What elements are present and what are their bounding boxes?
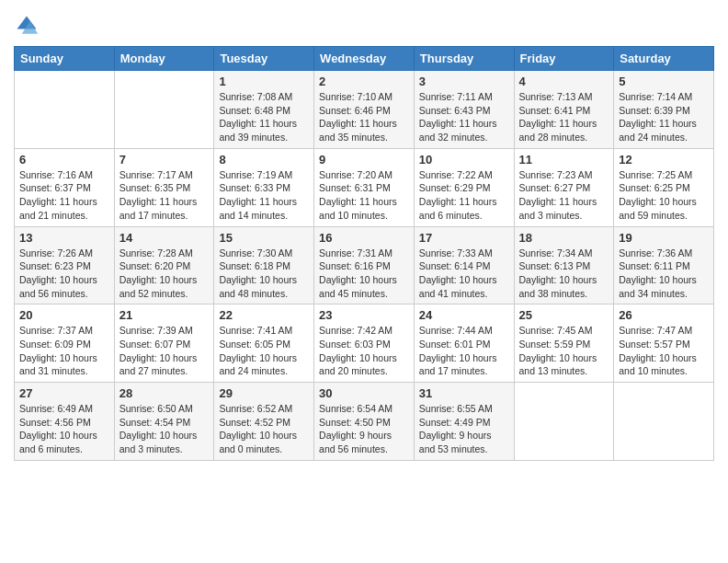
page: SundayMondayTuesdayWednesdayThursdayFrid… (0, 0, 728, 475)
day-number: 5 (619, 75, 709, 88)
day-info: Sunrise: 7:10 AM Sunset: 6:46 PM Dayligh… (319, 90, 409, 144)
day-info: Sunrise: 7:23 AM Sunset: 6:27 PM Dayligh… (519, 168, 609, 223)
calendar-cell: 20Sunrise: 7:37 AM Sunset: 6:09 PM Dayli… (15, 304, 115, 383)
day-info: Sunrise: 7:17 AM Sunset: 6:35 PM Dayligh… (119, 168, 210, 223)
calendar-cell (114, 71, 214, 149)
day-number: 26 (619, 308, 709, 322)
calendar-cell: 23Sunrise: 7:42 AM Sunset: 6:03 PM Dayli… (314, 304, 415, 383)
calendar-cell: 29Sunrise: 6:52 AM Sunset: 4:52 PM Dayli… (214, 383, 314, 461)
day-info: Sunrise: 7:39 AM Sunset: 6:07 PM Dayligh… (119, 324, 210, 378)
calendar-cell: 21Sunrise: 7:39 AM Sunset: 6:07 PM Dayli… (114, 304, 214, 383)
day-info: Sunrise: 6:55 AM Sunset: 4:49 PM Dayligh… (419, 402, 509, 456)
day-info: Sunrise: 7:22 AM Sunset: 6:29 PM Dayligh… (419, 168, 509, 223)
calendar-cell: 31Sunrise: 6:55 AM Sunset: 4:49 PM Dayli… (414, 383, 514, 461)
day-info: Sunrise: 6:49 AM Sunset: 4:56 PM Dayligh… (19, 402, 109, 456)
day-number: 17 (419, 231, 509, 245)
logo (14, 13, 43, 39)
day-number: 4 (519, 75, 609, 88)
calendar-cell: 5Sunrise: 7:14 AM Sunset: 6:39 PM Daylig… (614, 71, 714, 149)
calendar-cell: 6Sunrise: 7:16 AM Sunset: 6:37 PM Daylig… (15, 148, 115, 226)
day-number: 20 (19, 308, 109, 322)
calendar-cell (614, 383, 714, 461)
day-info: Sunrise: 7:41 AM Sunset: 6:05 PM Dayligh… (219, 324, 309, 378)
calendar-cell: 4Sunrise: 7:13 AM Sunset: 6:41 PM Daylig… (514, 71, 614, 149)
day-info: Sunrise: 6:52 AM Sunset: 4:52 PM Dayligh… (219, 402, 309, 456)
day-info: Sunrise: 7:28 AM Sunset: 6:20 PM Dayligh… (119, 247, 210, 301)
calendar-cell: 24Sunrise: 7:44 AM Sunset: 6:01 PM Dayli… (414, 304, 514, 383)
day-info: Sunrise: 7:14 AM Sunset: 6:39 PM Dayligh… (619, 90, 709, 144)
weekday-header-sunday: Sunday (15, 47, 115, 71)
calendar-cell (514, 383, 614, 461)
day-info: Sunrise: 7:20 AM Sunset: 6:31 PM Dayligh… (319, 168, 409, 223)
weekday-header-thursday: Thursday (414, 47, 514, 71)
calendar-cell: 25Sunrise: 7:45 AM Sunset: 5:59 PM Dayli… (514, 304, 614, 383)
day-number: 6 (19, 153, 109, 167)
weekday-header-wednesday: Wednesday (314, 47, 415, 71)
day-info: Sunrise: 6:54 AM Sunset: 4:50 PM Dayligh… (319, 402, 409, 456)
day-number: 8 (219, 153, 309, 167)
calendar-cell (15, 71, 115, 149)
calendar: SundayMondayTuesdayWednesdayThursdayFrid… (14, 46, 714, 461)
day-info: Sunrise: 7:19 AM Sunset: 6:33 PM Dayligh… (219, 168, 309, 223)
day-info: Sunrise: 7:31 AM Sunset: 6:16 PM Dayligh… (319, 247, 409, 301)
day-info: Sunrise: 7:36 AM Sunset: 6:11 PM Dayligh… (619, 247, 709, 301)
day-info: Sunrise: 7:25 AM Sunset: 6:25 PM Dayligh… (619, 168, 709, 223)
day-info: Sunrise: 7:47 AM Sunset: 5:57 PM Dayligh… (619, 324, 709, 378)
calendar-cell: 17Sunrise: 7:33 AM Sunset: 6:14 PM Dayli… (414, 226, 514, 304)
calendar-cell: 3Sunrise: 7:11 AM Sunset: 6:43 PM Daylig… (414, 71, 514, 149)
day-number: 3 (419, 75, 509, 88)
calendar-cell: 18Sunrise: 7:34 AM Sunset: 6:13 PM Dayli… (514, 226, 614, 304)
day-info: Sunrise: 7:13 AM Sunset: 6:41 PM Dayligh… (519, 90, 609, 144)
day-info: Sunrise: 7:37 AM Sunset: 6:09 PM Dayligh… (19, 324, 109, 378)
day-number: 7 (119, 153, 210, 167)
calendar-cell: 15Sunrise: 7:30 AM Sunset: 6:18 PM Dayli… (214, 226, 314, 304)
day-number: 15 (219, 231, 309, 245)
weekday-header-tuesday: Tuesday (214, 47, 314, 71)
day-info: Sunrise: 6:50 AM Sunset: 4:54 PM Dayligh… (119, 402, 210, 456)
calendar-cell: 2Sunrise: 7:10 AM Sunset: 6:46 PM Daylig… (314, 71, 415, 149)
calendar-week-2: 6Sunrise: 7:16 AM Sunset: 6:37 PM Daylig… (15, 148, 714, 226)
calendar-week-1: 1Sunrise: 7:08 AM Sunset: 6:48 PM Daylig… (15, 71, 714, 149)
day-number: 12 (619, 153, 709, 167)
day-number: 9 (319, 153, 409, 167)
header (14, 9, 714, 39)
calendar-week-5: 27Sunrise: 6:49 AM Sunset: 4:56 PM Dayli… (15, 383, 714, 461)
day-number: 2 (319, 75, 409, 88)
day-info: Sunrise: 7:26 AM Sunset: 6:23 PM Dayligh… (19, 247, 109, 301)
day-info: Sunrise: 7:42 AM Sunset: 6:03 PM Dayligh… (319, 324, 409, 378)
day-number: 10 (419, 153, 509, 167)
calendar-cell: 13Sunrise: 7:26 AM Sunset: 6:23 PM Dayli… (15, 226, 115, 304)
day-number: 30 (319, 386, 409, 400)
day-number: 13 (19, 231, 109, 245)
calendar-cell: 14Sunrise: 7:28 AM Sunset: 6:20 PM Dayli… (114, 226, 214, 304)
calendar-week-3: 13Sunrise: 7:26 AM Sunset: 6:23 PM Dayli… (15, 226, 714, 304)
day-number: 22 (219, 308, 309, 322)
day-info: Sunrise: 7:44 AM Sunset: 6:01 PM Dayligh… (419, 324, 509, 378)
day-info: Sunrise: 7:45 AM Sunset: 5:59 PM Dayligh… (519, 324, 609, 378)
day-number: 19 (619, 231, 709, 245)
calendar-week-4: 20Sunrise: 7:37 AM Sunset: 6:09 PM Dayli… (15, 304, 714, 383)
calendar-cell: 9Sunrise: 7:20 AM Sunset: 6:31 PM Daylig… (314, 148, 415, 226)
day-number: 31 (419, 386, 509, 400)
calendar-cell: 7Sunrise: 7:17 AM Sunset: 6:35 PM Daylig… (114, 148, 214, 226)
day-info: Sunrise: 7:33 AM Sunset: 6:14 PM Dayligh… (419, 247, 509, 301)
day-number: 27 (19, 386, 109, 400)
day-number: 24 (419, 308, 509, 322)
weekday-header-monday: Monday (114, 47, 214, 71)
calendar-cell: 8Sunrise: 7:19 AM Sunset: 6:33 PM Daylig… (214, 148, 314, 226)
calendar-cell: 16Sunrise: 7:31 AM Sunset: 6:16 PM Dayli… (314, 226, 415, 304)
day-number: 28 (119, 386, 210, 400)
calendar-cell: 27Sunrise: 6:49 AM Sunset: 4:56 PM Dayli… (15, 383, 115, 461)
calendar-cell: 11Sunrise: 7:23 AM Sunset: 6:27 PM Dayli… (514, 148, 614, 226)
day-info: Sunrise: 7:16 AM Sunset: 6:37 PM Dayligh… (19, 168, 109, 223)
day-number: 1 (219, 75, 309, 88)
day-number: 11 (519, 153, 609, 167)
day-info: Sunrise: 7:11 AM Sunset: 6:43 PM Dayligh… (419, 90, 509, 144)
calendar-cell: 12Sunrise: 7:25 AM Sunset: 6:25 PM Dayli… (614, 148, 714, 226)
calendar-cell: 1Sunrise: 7:08 AM Sunset: 6:48 PM Daylig… (214, 71, 314, 149)
day-info: Sunrise: 7:30 AM Sunset: 6:18 PM Dayligh… (219, 247, 309, 301)
calendar-cell: 28Sunrise: 6:50 AM Sunset: 4:54 PM Dayli… (114, 383, 214, 461)
weekday-header-friday: Friday (514, 47, 614, 71)
day-number: 14 (119, 231, 210, 245)
day-number: 23 (319, 308, 409, 322)
